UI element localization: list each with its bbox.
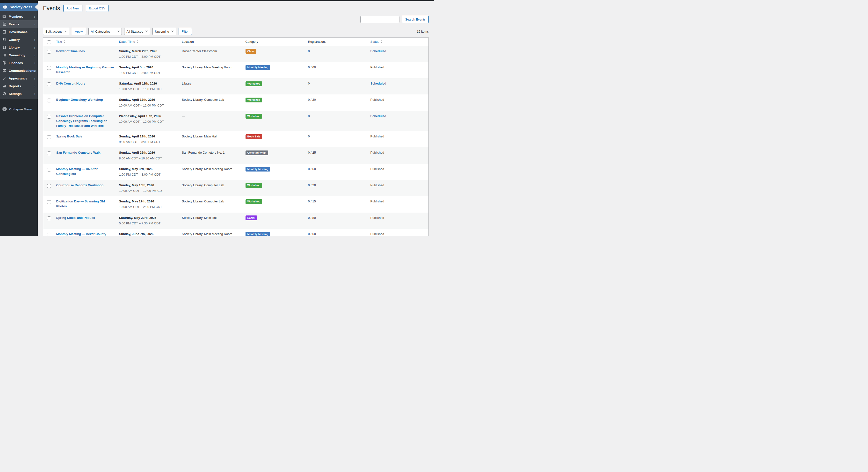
event-title-link[interactable]: Spring Social and Potluck (56, 216, 95, 220)
row-checkbox[interactable] (47, 50, 51, 54)
event-title-cell: Monthly Meeting — DNA for Genealogists (54, 164, 117, 180)
event-title-link[interactable]: DNA Consult Hours (56, 82, 86, 85)
row-checkbox[interactable] (47, 82, 51, 86)
event-title-link[interactable]: San Fernando Cemetery Walk (56, 151, 100, 154)
statuses-select[interactable]: All Statuses (124, 28, 150, 35)
search-input[interactable] (360, 16, 399, 23)
sidebar-item-communications[interactable]: Communications› (0, 67, 38, 74)
table-row: Monthly Meeting — Beginning German Resea… (43, 62, 429, 78)
row-checkbox[interactable] (47, 66, 51, 70)
row-checkbox[interactable] (47, 99, 51, 102)
event-registrations-cell: 0 / 25 (306, 147, 368, 163)
collapse-arrow-icon (2, 107, 7, 112)
row-checkbox[interactable] (47, 200, 51, 204)
sidebar-item-label: Settings (9, 92, 34, 96)
table-row: Power of TimelinesSunday, March 29th, 20… (43, 46, 429, 62)
sidebar-item-events[interactable]: Events› (0, 20, 38, 28)
add-new-button[interactable]: Add New (63, 5, 83, 12)
row-checkbox[interactable] (47, 168, 51, 171)
event-title-cell: Monthly Meeting — Bexar County Land Reco… (54, 229, 117, 236)
event-date: Sunday, April 19th, 2026 (119, 134, 177, 139)
search-events-button[interactable]: Search Events (402, 16, 429, 23)
categories-select[interactable]: All Categories (88, 28, 122, 35)
event-title-link[interactable]: Beginner Genealogy Workshop (56, 98, 103, 101)
sidebar-item-label: Finances (9, 61, 34, 65)
sort-link[interactable]: Title (56, 40, 65, 43)
brush-icon (2, 76, 6, 80)
chevron-down-icon (65, 29, 67, 32)
timeframe-select[interactable]: Upcoming (153, 28, 176, 35)
row-checkbox[interactable] (47, 232, 51, 236)
event-status-cell: Published (368, 131, 429, 147)
sidebar-item-appearance[interactable]: Appearance› (0, 74, 38, 82)
sidebar-item-genealogy[interactable]: Genealogy› (0, 51, 38, 59)
sidebar-item-settings[interactable]: Settings› (0, 90, 38, 98)
filter-toolbar: Bulk actions Apply All Categories All St… (43, 28, 429, 35)
event-registrations-cell: 0 / 60 (306, 229, 368, 236)
sidebar-item-finances[interactable]: Finances› (0, 59, 38, 67)
filter-button[interactable]: Filter (179, 28, 192, 35)
sidebar-item-gallery[interactable]: Gallery› (0, 36, 38, 43)
event-time: 1:00 PM CDT – 3:00 PM CDT (119, 172, 177, 177)
logo-text: SocietyPress (10, 5, 32, 9)
row-select-cell (43, 164, 54, 180)
select-all-checkbox[interactable] (47, 40, 51, 44)
event-title-link[interactable]: Spring Book Sale (56, 134, 83, 138)
chevron-down-icon (117, 29, 119, 32)
statuses-label: All Statuses (127, 30, 143, 33)
event-time: 10:00 AM CDT – 12:00 PM CDT (119, 103, 177, 108)
sort-link[interactable]: Status (370, 40, 383, 43)
row-checkbox[interactable] (47, 184, 51, 188)
event-title-link[interactable]: Monthly Meeting — Bexar County Land Reco… (56, 232, 106, 236)
status-text: Published (370, 65, 384, 69)
sidebar-item-label: Library (9, 46, 34, 49)
export-csv-button[interactable]: Export CSV (86, 5, 108, 12)
event-status-cell: Published (368, 196, 429, 212)
content-area: Events Add New Export CSV Search Events … (38, 1, 434, 236)
sidebar-item-library[interactable]: Library› (0, 43, 38, 51)
status-text[interactable]: Scheduled (370, 49, 386, 53)
event-date: Sunday, May 3rd, 2026 (119, 167, 177, 171)
row-checkbox[interactable] (47, 216, 51, 220)
row-select-cell (43, 180, 54, 196)
column-header-title: Title (54, 38, 117, 46)
event-date-cell: Sunday, March 29th, 20261:00 PM CDT – 3:… (117, 46, 180, 62)
collapse-menu-button[interactable]: Collapse Menu (0, 105, 38, 113)
apply-button[interactable]: Apply (72, 28, 86, 35)
event-title-link[interactable]: Monthly Meeting — DNA for Genealogists (56, 167, 98, 176)
status-text: Published (370, 199, 384, 203)
categories-label: All Categories (91, 30, 111, 33)
sidebar: SocietyPress Members›Events›Governance›G… (0, 0, 38, 236)
row-checkbox[interactable] (47, 135, 51, 139)
event-title-cell: DNA Consult Hours (54, 78, 117, 94)
event-category-cell: Cemetery Walk (243, 147, 306, 163)
event-date-cell: Sunday, May 3rd, 20261:00 PM CDT – 3:00 … (117, 164, 180, 180)
sort-link[interactable]: Date / Time (119, 40, 138, 43)
sidebar-item-governance[interactable]: Governance› (0, 28, 38, 36)
status-text: Published (370, 151, 384, 154)
select-all-header (43, 38, 54, 46)
row-checkbox[interactable] (47, 152, 51, 155)
bulk-actions-select[interactable]: Bulk actions (43, 28, 69, 35)
row-select-cell (43, 62, 54, 78)
chart-icon (2, 84, 6, 88)
event-status-cell: Published (368, 94, 429, 111)
logo-bar[interactable]: SocietyPress (0, 3, 38, 11)
event-title-link[interactable]: Digitization Day — Scanning Old Photos (56, 199, 105, 208)
event-title-link[interactable]: Monthly Meeting — Beginning German Resea… (56, 65, 114, 74)
event-title-link[interactable]: Resolve Problems on Computer Genealogy P… (56, 114, 107, 128)
event-time: 10:00 AM CDT – 12:00 PM CDT (119, 119, 177, 124)
event-status-cell: Published (368, 180, 429, 196)
event-category-cell: Monthly Meeting (243, 62, 306, 78)
category-badge: Class (246, 49, 256, 54)
status-text[interactable]: Scheduled (370, 114, 386, 118)
category-badge: Workshop (246, 183, 262, 188)
sidebar-item-reports[interactable]: Reports› (0, 82, 38, 90)
sidebar-item-members[interactable]: Members› (0, 12, 38, 20)
category-badge: Monthly Meeting (246, 232, 270, 236)
event-title-link[interactable]: Power of Timelines (56, 49, 85, 53)
event-title-link[interactable]: Courthouse Records Workshop (56, 183, 104, 187)
status-text[interactable]: Scheduled (370, 82, 386, 85)
row-checkbox[interactable] (47, 115, 51, 119)
chevron-right-icon: › (34, 46, 35, 49)
